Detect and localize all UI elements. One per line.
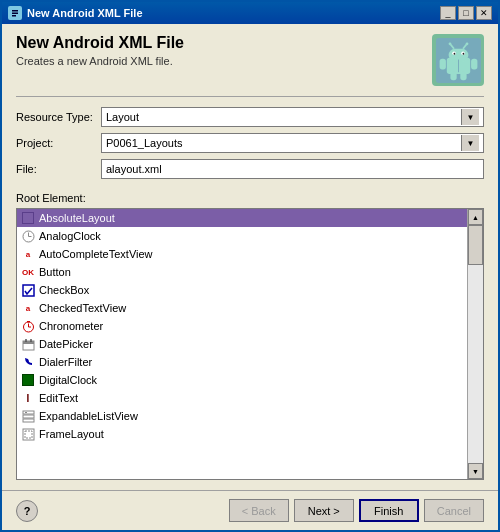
resource-type-value: Layout (106, 111, 139, 123)
next-button[interactable]: Next > (294, 499, 354, 522)
svg-point-9 (453, 52, 455, 54)
analogclock-icon (21, 229, 35, 243)
svg-point-14 (465, 42, 468, 45)
list-item-label: DigitalClock (39, 374, 97, 386)
list-item-label: Chronometer (39, 320, 103, 332)
resource-type-row: Resource Type: Layout ▼ (16, 107, 484, 127)
resource-type-dropdown[interactable]: ▼ (461, 109, 479, 125)
list-item[interactable]: a AutoCompleteTextView (17, 245, 467, 263)
list-item[interactable]: ExpandableListView (17, 407, 467, 425)
list-item-label: DialerFilter (39, 356, 92, 368)
list-item[interactable]: CheckBox (17, 281, 467, 299)
list-item-label: AbsoluteLayout (39, 212, 115, 224)
file-value: alayout.xml (106, 163, 479, 175)
scroll-down-button[interactable]: ▼ (468, 463, 483, 479)
file-row: File: alayout.xml (16, 159, 484, 179)
bottom-panel: ? < Back Next > Finish Cancel (2, 490, 498, 530)
close-button[interactable]: ✕ (476, 6, 492, 20)
scroll-thumb[interactable] (468, 225, 483, 265)
list-item-label: AnalogClock (39, 230, 101, 242)
window-icon (8, 6, 22, 20)
list-item-label: ExpandableListView (39, 410, 138, 422)
list-item[interactable]: a CheckedTextView (17, 299, 467, 317)
edittext-icon: I (21, 391, 35, 405)
svg-rect-38 (25, 431, 32, 438)
list-item-label: CheckedTextView (39, 302, 126, 314)
file-label: File: (16, 163, 101, 175)
svg-rect-18 (460, 71, 466, 80)
checkbox-icon (21, 283, 35, 297)
svg-rect-2 (12, 13, 18, 15)
file-input[interactable]: alayout.xml (101, 159, 484, 179)
button-icon: OK (21, 265, 35, 279)
datepicker-icon (21, 337, 35, 351)
list-item-label: FrameLayout (39, 428, 104, 440)
project-input[interactable]: P0061_Layouts ▼ (101, 133, 484, 153)
list-item-label: AutoCompleteTextView (39, 248, 153, 260)
minimize-button[interactable]: _ (440, 6, 456, 20)
maximize-button[interactable]: □ (458, 6, 474, 20)
project-label: Project: (16, 137, 101, 149)
svg-point-10 (462, 52, 464, 54)
project-value: P0061_Layouts (106, 137, 182, 149)
navigation-buttons: < Back Next > Finish Cancel (229, 499, 484, 522)
digitalclock-icon (21, 373, 35, 387)
cancel-button[interactable]: Cancel (424, 499, 484, 522)
title-bar-buttons: _ □ ✕ (440, 6, 492, 20)
svg-rect-35 (23, 419, 34, 422)
list-item[interactable]: FrameLayout (17, 425, 467, 443)
scroll-track[interactable] (468, 225, 483, 463)
list-item[interactable]: OK Button (17, 263, 467, 281)
root-element-list[interactable]: AbsoluteLayout AnalogClock a AutoComple (17, 209, 467, 479)
dialog-description: Creates a new Android XML file. (16, 55, 184, 67)
expandablelistview-icon (21, 409, 35, 423)
svg-rect-30 (23, 341, 34, 344)
project-dropdown[interactable]: ▼ (461, 135, 479, 151)
header-divider (16, 96, 484, 97)
finish-button[interactable]: Finish (359, 499, 419, 522)
list-item[interactable]: DialerFilter (17, 353, 467, 371)
project-row: Project: P0061_Layouts ▼ (16, 133, 484, 153)
header-text: New Android XML File Creates a new Andro… (16, 34, 184, 67)
checkedtextview-icon: a (21, 301, 35, 315)
list-item[interactable]: AnalogClock (17, 227, 467, 245)
list-item-label: DatePicker (39, 338, 93, 350)
resource-type-label: Resource Type: (16, 111, 101, 123)
scroll-up-button[interactable]: ▲ (468, 209, 483, 225)
dialerfilter-icon (21, 355, 35, 369)
title-bar-left: New Android XML File (8, 6, 143, 20)
list-item-label: EditText (39, 392, 78, 404)
main-window: New Android XML File _ □ ✕ New Android X… (0, 0, 500, 532)
svg-rect-15 (439, 58, 445, 69)
list-item[interactable]: AbsoluteLayout (17, 209, 467, 227)
list-item[interactable]: DatePicker (17, 335, 467, 353)
back-button[interactable]: < Back (229, 499, 289, 522)
svg-rect-6 (448, 48, 468, 61)
framelayout-icon (21, 427, 35, 441)
chronometer-icon (21, 319, 35, 333)
dialog-title: New Android XML File (16, 34, 184, 52)
list-item[interactable]: Chronometer (17, 317, 467, 335)
list-item[interactable]: DigitalClock (17, 371, 467, 389)
list-item[interactable]: I EditText (17, 389, 467, 407)
root-element-list-container: AbsoluteLayout AnalogClock a AutoComple (16, 208, 484, 480)
autocomplete-icon: a (21, 247, 35, 261)
svg-rect-23 (23, 285, 34, 296)
svg-point-12 (448, 42, 451, 45)
svg-rect-16 (471, 58, 477, 69)
dialog-content: New Android XML File Creates a new Andro… (2, 24, 498, 490)
list-item-label: CheckBox (39, 284, 89, 296)
title-bar: New Android XML File _ □ ✕ (2, 2, 498, 24)
svg-rect-34 (23, 415, 34, 418)
list-scrollbar[interactable]: ▲ ▼ (467, 209, 483, 479)
svg-rect-33 (23, 411, 34, 414)
window-title: New Android XML File (27, 7, 143, 19)
header-section: New Android XML File Creates a new Andro… (16, 34, 484, 86)
help-button[interactable]: ? (16, 500, 38, 522)
svg-rect-17 (450, 71, 456, 80)
button-row: ? < Back Next > Finish Cancel (16, 499, 484, 522)
android-logo (432, 34, 484, 86)
absolutelayout-icon (21, 211, 35, 225)
list-item-label: Button (39, 266, 71, 278)
resource-type-input[interactable]: Layout ▼ (101, 107, 484, 127)
